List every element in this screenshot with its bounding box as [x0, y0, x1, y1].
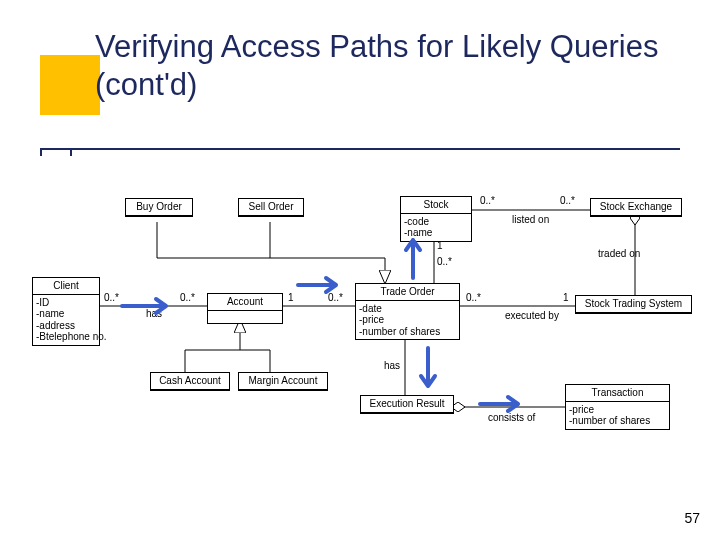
class-name: Stock	[401, 197, 471, 214]
class-name: Execution Result	[361, 396, 453, 413]
class-attr: -price	[569, 404, 666, 416]
page-number: 57	[684, 510, 700, 526]
assoc-label: listed on	[512, 214, 549, 225]
class-stock: Stock -code -name	[400, 196, 472, 242]
mult-label: 0..*	[560, 195, 575, 206]
assoc-label: consists of	[488, 412, 535, 423]
class-attr: -name	[404, 227, 468, 239]
class-name: Stock Trading System	[576, 296, 691, 313]
class-name: Account	[208, 294, 282, 311]
class-attr: -number of shares	[359, 326, 456, 338]
class-attr: -Btelephone no.	[36, 331, 96, 343]
class-attr: -number of shares	[569, 415, 666, 427]
class-name: Cash Account	[151, 373, 229, 390]
guide-arrow-to-transaction	[478, 394, 530, 414]
class-stock-exchange: Stock Exchange	[590, 198, 682, 217]
class-attr: -ID	[36, 297, 96, 309]
class-account: Account	[207, 293, 283, 324]
mult-label: 0..*	[480, 195, 495, 206]
assoc-label: has	[384, 360, 400, 371]
class-attr: -address	[36, 320, 96, 332]
class-name: Margin Account	[239, 373, 327, 390]
mult-label: 1	[437, 240, 443, 251]
assoc-label: executed by	[505, 310, 559, 321]
class-name: Client	[33, 278, 99, 295]
class-attr: -name	[36, 308, 96, 320]
class-cash-account: Cash Account	[150, 372, 230, 391]
class-buy-order: Buy Order	[125, 198, 193, 217]
class-name: Transaction	[566, 385, 669, 402]
class-name: Buy Order	[126, 199, 192, 216]
class-name: Trade Order	[356, 284, 459, 301]
mult-label: 1	[563, 292, 569, 303]
class-margin-account: Margin Account	[238, 372, 328, 391]
mult-label: 0..*	[180, 292, 195, 303]
assoc-label: traded on	[598, 248, 640, 259]
assoc-label: has	[146, 308, 162, 319]
mult-label: 0..*	[328, 292, 343, 303]
class-attr: -date	[359, 303, 456, 315]
mult-label: 0..*	[466, 292, 481, 303]
guide-arrow-to-execresult	[418, 344, 438, 392]
class-attr: -price	[359, 314, 456, 326]
class-attr: -code	[404, 216, 468, 228]
uml-diagram: Buy Order Sell Order Stock -code -name S…	[0, 0, 720, 540]
mult-label: 0..*	[437, 256, 452, 267]
class-transaction: Transaction -price -number of shares	[565, 384, 670, 430]
class-name: Sell Order	[239, 199, 303, 216]
class-sell-order: Sell Order	[238, 198, 304, 217]
class-trade-order: Trade Order -date -price -number of shar…	[355, 283, 460, 340]
class-name: Stock Exchange	[591, 199, 681, 216]
diagram-wires	[0, 0, 720, 540]
class-execution-result: Execution Result	[360, 395, 454, 414]
mult-label: 0..*	[104, 292, 119, 303]
class-client: Client -ID -name -address -Btelephone no…	[32, 277, 100, 346]
class-stock-trading-system: Stock Trading System	[575, 295, 692, 314]
mult-label: 1	[288, 292, 294, 303]
